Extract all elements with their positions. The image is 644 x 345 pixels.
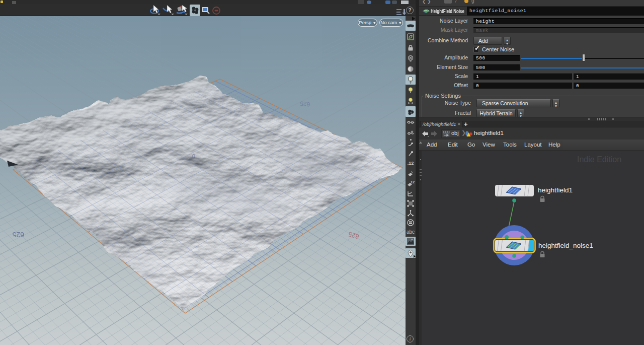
svg-text:625: 625 — [12, 231, 24, 239]
svg-text:0: 0 — [192, 153, 195, 159]
svg-text:625: 625 — [299, 100, 310, 108]
svg-text:12: 12 — [411, 180, 415, 184]
